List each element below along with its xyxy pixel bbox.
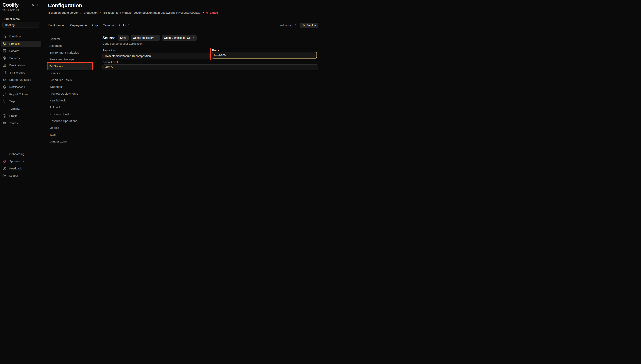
subnav-item-label: Resource Operations (50, 119, 77, 123)
breadcrumb-environment[interactable]: production (84, 11, 98, 14)
tab-label: Terminal (103, 24, 115, 27)
sidebar-item-shared-variables[interactable]: Shared Variables (1, 77, 41, 83)
subnav-item-label: Danger Zone (50, 140, 67, 143)
branch-annotation-box: Branch level-100 (210, 48, 318, 60)
subnav-item-healthcheck[interactable]: Healthcheck (48, 97, 92, 104)
text-cursor (226, 54, 226, 56)
sidebar-item-label: Teams (9, 122, 18, 125)
subnav-item-scheduled-tasks[interactable]: Scheduled Tasks (48, 76, 92, 84)
sidebar-item-terminal[interactable]: Terminal (1, 106, 41, 112)
subnav-item-label: Metrics (50, 126, 59, 130)
unfold-icon (294, 24, 297, 26)
subnav-item-tags[interactable]: Tags (48, 131, 92, 138)
subnav-item-advanced[interactable]: Advanced (48, 42, 92, 49)
tabs-row: Configuration Deployments Logs T (48, 22, 318, 28)
subnav-item-resource-operations[interactable]: Resource Operations (48, 118, 92, 124)
subnav-item-label: Environment Variables (50, 51, 79, 54)
subnav-item-servers[interactable]: Servers (48, 70, 92, 76)
status-dot (206, 12, 208, 14)
sidebar-item-notifications[interactable]: Notifications (1, 84, 41, 90)
sidebar-item-destinations[interactable]: Destinations (1, 62, 41, 68)
breadcrumb-project[interactable]: illicitonion quote server (48, 11, 78, 14)
tab-terminal[interactable]: Terminal (103, 24, 115, 27)
unfold-icon (127, 24, 130, 26)
chevron-right-icon (202, 12, 205, 14)
subnav-item-webhooks[interactable]: Webhooks (48, 84, 92, 90)
subnav-item-label: Scheduled Tasks (50, 78, 72, 82)
arrow-upright-icon (155, 37, 158, 39)
sidebar-footer-item-label: Sponsor us (9, 160, 24, 163)
tab-configuration[interactable]: Configuration (48, 24, 65, 27)
sidebar-item-label: Sources (9, 56, 20, 60)
current-team-label: Current Team (0, 17, 42, 20)
sidebar-footer-item-feedback[interactable]: Feedback (1, 165, 41, 171)
advanced-dropdown[interactable]: Advanced (280, 24, 297, 27)
sidebar-item-keys-tokens[interactable]: Keys & Tokens (1, 91, 41, 97)
server-icon (3, 49, 6, 53)
sidebar-item-sources[interactable]: Sources (1, 55, 41, 61)
tab-links[interactable]: Links (119, 24, 130, 27)
deploy-button[interactable]: Deploy (300, 22, 318, 28)
brand-logo: Coolify (3, 2, 19, 8)
tab-logs[interactable]: Logs (92, 24, 99, 27)
branch-label: Branch (212, 49, 317, 52)
sidebar-item-label: Dashboard (9, 35, 23, 38)
subnav-item-label: Healthcheck (50, 99, 66, 102)
checklist-icon (3, 152, 6, 156)
chevron-right-icon (80, 12, 82, 14)
repository-label: Repository (103, 49, 210, 52)
subnav-item-label: Resource Limits (50, 112, 71, 116)
subnav-item-metrics[interactable]: Metrics (48, 124, 92, 131)
subnav-item-label: General (50, 37, 60, 41)
open-commits-button[interactable]: Open Commits on Git (162, 35, 197, 41)
branch-input[interactable]: level-100 (212, 52, 317, 58)
tabs: Configuration Deployments Logs T (48, 24, 130, 27)
subnav-item-persistent-storage[interactable]: Persistent Storage (48, 56, 92, 63)
sidebar-item-label: Tags (9, 100, 16, 103)
sidebar-item-label: Notifications (9, 85, 25, 88)
commit-sha-input[interactable]: HEAD (103, 64, 318, 70)
chevron-down-icon (34, 24, 37, 26)
sidebar-item-tags[interactable]: Tags (1, 98, 41, 104)
theme-unfold-icon[interactable] (37, 4, 39, 6)
sidebar-item-servers[interactable]: Servers (1, 48, 41, 54)
sidebar-item-label: Servers (9, 49, 19, 52)
tags-icon (3, 100, 6, 103)
subnav-item-environment-variables[interactable]: Environment Variables (48, 49, 92, 56)
play-icon (302, 24, 305, 27)
sun-icon[interactable] (32, 4, 35, 7)
subnav-item-resource-limits[interactable]: Resource Limits (48, 111, 92, 118)
sidebar-footer-item-onboarding[interactable]: Onboarding (1, 151, 41, 157)
sidebar-item-projects[interactable]: Projects (1, 41, 41, 47)
sidebar-item-s3-storages[interactable]: S3 Storages (1, 70, 41, 76)
sidebar-item-dashboard[interactable]: Dashboard (1, 34, 41, 40)
subnav-item-danger-zone[interactable]: Danger Zone (48, 138, 92, 145)
subnav-item-general[interactable]: General (48, 36, 92, 42)
team-select[interactable]: Hosting (3, 22, 39, 28)
arrow-upright-icon (192, 37, 195, 39)
save-button[interactable]: Save (118, 35, 129, 41)
sidebar-nav: Dashboard Projects Servers Sources (0, 34, 42, 127)
sidebar-item-label: Terminal (9, 107, 20, 110)
subnav-item-preview-deployments[interactable]: Preview Deployments (48, 90, 92, 97)
sidebar-item-teams[interactable]: Teams (1, 120, 41, 126)
breadcrumb-application[interactable]: illicitestonion/-module--decomposition:m… (103, 11, 200, 14)
subnav-item-rollback[interactable]: Rollback (48, 104, 92, 111)
database-icon (3, 71, 6, 74)
subnav-item-git-source[interactable]: Git Source (48, 63, 92, 70)
tab-deployments[interactable]: Deployments (70, 24, 87, 27)
sidebar-item-label: Projects (9, 42, 20, 45)
logout-icon (3, 174, 6, 178)
breadcrumb: illicitonion quote server production ill… (48, 11, 318, 14)
sidebar-footer-item-logout[interactable]: Logout (1, 172, 41, 178)
sidebar-footer-item-sponsor-us[interactable]: Sponsor us (1, 158, 41, 164)
configuration-subnav: General Advanced Environment Variables P… (48, 36, 92, 182)
repository-input[interactable]: illicitestonion/Module-Decomposition (103, 53, 210, 59)
open-repository-button[interactable]: Open Repository (131, 35, 160, 41)
layers-icon (3, 42, 6, 46)
help-circle-icon (3, 166, 6, 170)
sidebar-item-label: Shared Variables (9, 78, 31, 81)
tab-label: Logs (92, 24, 99, 27)
subnav-item-label: Git Source (50, 64, 63, 68)
sidebar-item-profile[interactable]: Profile (1, 113, 41, 119)
